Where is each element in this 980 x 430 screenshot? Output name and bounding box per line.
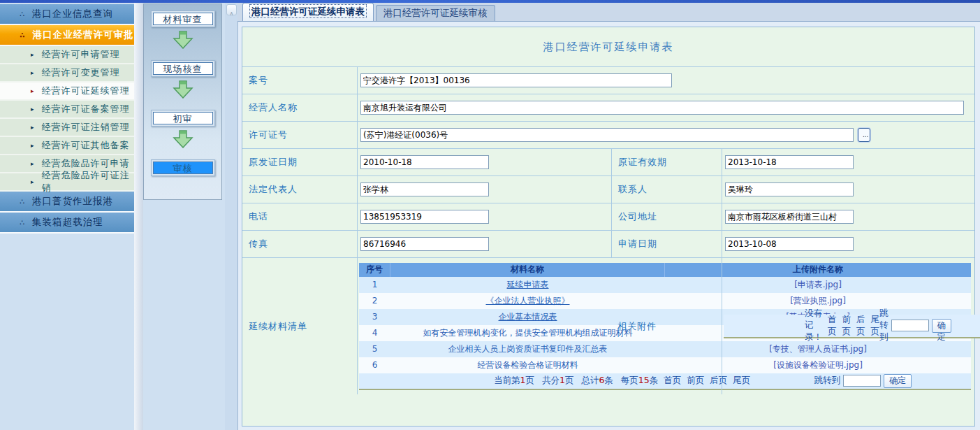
sidebar-item-label: 港口普货作业报港 <box>32 195 113 208</box>
sidebar-subitem-label: 经营许可证延续管理 <box>42 85 130 97</box>
arrow-right-icon: ▸ <box>31 51 35 58</box>
tab-renewal-review[interactable]: 港口经营许可证延续审核 <box>376 5 495 21</box>
sidebar-subitem-label: 经营许可变更管理 <box>42 66 120 79</box>
sidebar-subitem-label: 经营许可证其他备案 <box>42 139 130 152</box>
case-no-row <box>357 66 974 94</box>
fax-label: 传真 <box>242 230 357 257</box>
operator-name-row <box>357 94 974 121</box>
menu-dots-icon: ∴ <box>20 10 25 19</box>
materials-list-cell: 序号 材料名称 上传附件名称 1 延续申请表 [申请表.jpg] 2 《企业法人… <box>357 257 611 394</box>
scroll-up-button[interactable]: ∧ <box>226 4 237 15</box>
phone-label: 电话 <box>242 203 357 230</box>
workflow-panel: 材料审查 现场核查 初审 审核 <box>143 3 222 200</box>
phone-input[interactable] <box>360 210 489 224</box>
related-attachments-cell: 没有记录！ 首页 前页 后页 尾页 跳转到 确定 <box>722 257 974 394</box>
apply-date-row <box>722 230 974 257</box>
valid-until-label: 原证有效期 <box>611 148 722 175</box>
material-name-text: 如有安全管理机构变化，提供安全管理机构组成证明材料 <box>423 327 633 339</box>
sidebar-item-container-overload[interactable]: ∴ 集装箱超载治理 <box>0 213 134 234</box>
sidebar-subitem-label: 经营许可证备案管理 <box>42 103 130 115</box>
vertical-scrollbar <box>225 3 237 430</box>
menu-dots-icon: ∴ <box>20 31 26 40</box>
valid-until-input[interactable] <box>725 155 854 169</box>
sidebar-subitem-license-renewal-active[interactable]: ▸ 经营许可证延续管理 <box>0 83 134 101</box>
tab-label: 港口经营许可证延续申请表 <box>250 5 366 17</box>
material-name-link[interactable]: 《企业法人营业执照》 <box>486 295 570 307</box>
operator-name-label: 经营人名称 <box>242 94 357 121</box>
next-page-link[interactable]: 后页 <box>856 314 865 338</box>
materials-list-label: 延续材料清单 <box>242 257 357 394</box>
arrow-down-icon <box>173 130 193 148</box>
sidebar-item-label: 集装箱超载治理 <box>32 216 103 229</box>
attachments-jump-confirm-button[interactable]: 确定 <box>932 319 951 333</box>
arrow-right-icon: ▸ <box>31 106 35 113</box>
sidebar-subitem-dangerous-goods-cancel[interactable]: ▸ 经营危险品许可证注销 <box>0 173 134 192</box>
sidebar-subitem-license-application[interactable]: ▸ 经营许可申请管理 <box>0 46 134 64</box>
sidebar-splitter: ◄ <box>134 3 143 430</box>
prev-page-link[interactable]: 前页 <box>842 314 851 338</box>
address-label: 公司地址 <box>611 203 722 230</box>
arrow-right-icon: ▸ <box>31 142 35 149</box>
arrow-right-icon: ▸ <box>31 178 35 185</box>
workflow-step-label: 初审 <box>153 112 213 124</box>
sidebar-item-cargo-operation-report[interactable]: ∴ 港口普货作业报港 <box>0 192 134 213</box>
sidebar-subitem-license-change[interactable]: ▸ 经营许可变更管理 <box>0 64 134 83</box>
renewal-application-form: 港口经营许可延续申请表 案号 经营人名称 许可证号 ... 原发证日期 原证有效… <box>242 27 975 427</box>
legal-rep-row <box>357 175 611 203</box>
material-name-link[interactable]: 延续申请表 <box>507 279 549 291</box>
contact-input[interactable] <box>725 182 854 196</box>
address-row <box>722 203 974 230</box>
sidebar-subitem-label: 经营许可证注销管理 <box>42 121 130 134</box>
legal-rep-input[interactable] <box>360 182 489 196</box>
sidebar-item-enterprise-info-query[interactable]: ∴ 港口企业信息查询 <box>0 4 134 25</box>
last-page-link[interactable]: 尾页 <box>871 314 880 338</box>
sidebar-subitem-label: 经营许可申请管理 <box>42 48 120 61</box>
material-name-link[interactable]: 企业基本情况表 <box>499 311 557 323</box>
apply-date-input[interactable] <box>725 237 854 251</box>
license-no-input[interactable] <box>360 128 854 142</box>
menu-dots-icon: ∴ <box>20 197 25 206</box>
issue-date-row <box>357 148 611 175</box>
sidebar-subitem-license-other-filing[interactable]: ▸ 经营许可证其他备案 <box>0 137 134 155</box>
sidebar-item-label: 港口企业经营许可审批 <box>33 29 134 41</box>
no-records-text: 没有记录！ <box>805 308 822 343</box>
sidebar-subitem-license-filing[interactable]: ▸ 经营许可证备案管理 <box>0 101 134 119</box>
tab-bar: 港口经营许可证延续申请表 港口经营许可证延续审核 <box>237 3 980 22</box>
legal-rep-label: 法定代表人 <box>242 175 357 203</box>
fax-row <box>357 230 611 257</box>
workflow-step-label: 现场核查 <box>153 62 213 75</box>
license-no-label: 许可证号 <box>242 121 357 148</box>
case-no-input[interactable] <box>360 73 672 87</box>
arrow-down-icon <box>173 80 193 99</box>
phone-row <box>357 203 611 230</box>
license-browse-button[interactable]: ... <box>858 128 870 142</box>
sidebar: ∴ 港口企业信息查询 ∴ 港口企业经营许可审批 ▸ 经营许可申请管理 ▸ 经营许… <box>0 4 134 234</box>
menu-dots-icon: ∴ <box>20 218 25 227</box>
sidebar-item-label: 港口企业信息查询 <box>32 8 113 20</box>
sidebar-subitem-label: 经营危险品许可证注销 <box>42 169 134 194</box>
form-title: 港口经营许可延续申请表 <box>242 27 974 66</box>
workflow-step-audit-active[interactable]: 审核 <box>151 159 215 176</box>
sidebar-subitem-license-cancellation[interactable]: ▸ 经营许可证注销管理 <box>0 119 134 137</box>
arrow-right-icon: ▸ <box>31 160 35 167</box>
attachments-jump-input[interactable] <box>891 320 929 331</box>
tab-renewal-application[interactable]: 港口经营许可证延续申请表 <box>242 3 374 21</box>
sidebar-item-license-approval[interactable]: ∴ 港口企业经营许可审批 <box>0 25 134 46</box>
workflow-step-label: 审核 <box>153 162 213 174</box>
arrow-down-icon <box>173 31 193 49</box>
address-input[interactable] <box>725 210 854 224</box>
attachments-pagination-bar: 没有记录！ 首页 前页 后页 尾页 跳转到 确定 <box>724 315 980 338</box>
fax-input[interactable] <box>360 237 489 251</box>
related-attachments-label: 相关附件 <box>611 257 722 394</box>
workflow-step-site-check[interactable]: 现场核查 <box>151 60 215 77</box>
workflow-step-material-review[interactable]: 材料审查 <box>151 10 215 27</box>
case-no-label: 案号 <box>242 66 357 94</box>
first-page-link[interactable]: 首页 <box>828 314 837 338</box>
workflow-step-label: 材料审查 <box>153 13 213 25</box>
chevron-up-icon: ∧ <box>230 9 234 19</box>
tab-label: 港口经营许可证延续审核 <box>383 7 488 18</box>
issue-date-input[interactable] <box>360 155 489 169</box>
operator-name-input[interactable] <box>360 101 964 115</box>
workflow-step-preliminary-review[interactable]: 初审 <box>151 110 215 127</box>
contact-label: 联系人 <box>611 175 722 203</box>
